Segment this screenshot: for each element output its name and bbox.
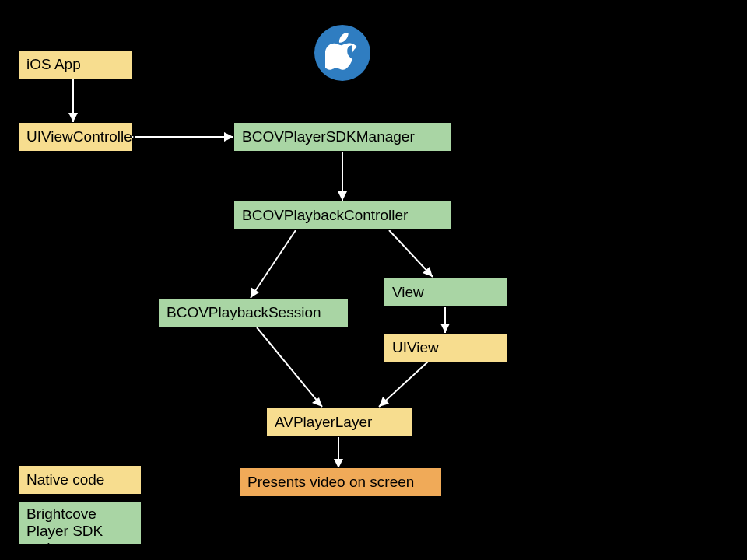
legend-label: Brightcove Player SDK code [26, 506, 133, 557]
node-bcovplayersdkmanager: BCOVPlayerSDKManager [233, 122, 452, 152]
svg-marker-1 [68, 113, 78, 122]
legend-native-code: Native code [18, 465, 142, 495]
svg-marker-5 [338, 191, 347, 201]
svg-marker-7 [251, 287, 259, 298]
svg-marker-3 [224, 132, 233, 142]
node-bcovplaybacksession: BCOVPlaybackSession [158, 298, 349, 327]
svg-line-6 [251, 230, 296, 298]
apple-logo-icon [314, 25, 370, 81]
node-ios-app: iOS App [18, 50, 132, 79]
node-label: BCOVPlayerSDKManager [242, 128, 415, 145]
legend-brightcove-sdk: Brightcove Player SDK code [18, 501, 142, 544]
node-presents-video: Presents video on screen [239, 467, 442, 497]
svg-line-8 [389, 230, 433, 277]
node-view: View [384, 278, 508, 307]
svg-marker-13 [312, 397, 322, 407]
node-uiviewcontroller: UIViewController [18, 122, 132, 152]
node-bcovplaybackcontroller: BCOVPlaybackController [233, 201, 452, 230]
svg-marker-9 [423, 267, 433, 277]
node-label: View [392, 284, 424, 301]
legend-label: Native code [26, 471, 104, 488]
node-label: Presents video on screen [247, 474, 414, 491]
node-label: iOS App [26, 56, 81, 73]
svg-line-12 [257, 327, 322, 407]
node-label: BCOVPlaybackController [242, 207, 408, 224]
svg-line-14 [379, 362, 428, 407]
node-label: UIView [392, 339, 439, 356]
svg-marker-15 [379, 397, 389, 407]
svg-marker-11 [440, 324, 450, 333]
node-label: AVPlayerLayer [275, 414, 372, 431]
node-label: BCOVPlaybackSession [167, 304, 321, 321]
node-label: UIViewController [26, 128, 137, 145]
node-avplayerlayer: AVPlayerLayer [266, 408, 413, 437]
node-uiview: UIView [384, 333, 508, 362]
